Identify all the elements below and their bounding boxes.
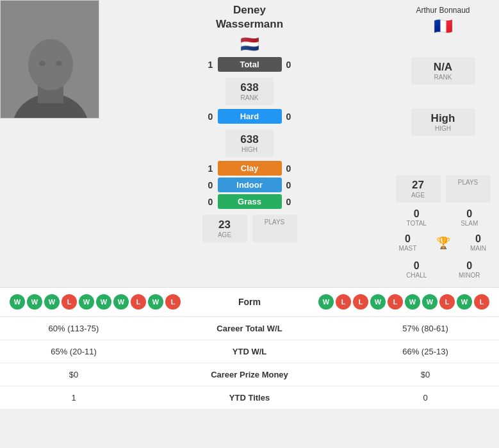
right-mast-label: Mast [399, 245, 417, 252]
form-ball-w: W [96, 294, 111, 310]
form-ball-w: W [79, 294, 94, 310]
compare-row-1: 65% (20-11) YTD W/L 66% (25-13) [0, 340, 499, 363]
form-ball-w: W [422, 294, 438, 310]
surface-total-badge: Total [218, 57, 282, 72]
form-label: Form [238, 297, 261, 307]
surface-grass-badge: Grass [218, 194, 282, 209]
left-high-box: 638 High [225, 129, 274, 157]
right-age-plays: 27 Age Plays [396, 175, 491, 203]
compare-right-0: 57% (80-61) [361, 324, 489, 333]
right-main-value: 0 [475, 233, 481, 245]
surface-grass-row: 0 Grass 0 [119, 194, 380, 209]
right-minor-stat: 0 Minor [443, 258, 496, 281]
right-player-column: Arthur Bonnaud 🇫🇷 N/A Rank High High [387, 0, 499, 285]
form-ball-w: W [405, 294, 420, 310]
surface-clay-right: 0 [282, 163, 296, 174]
right-high-label: High [420, 125, 466, 132]
right-minor-value: 0 [466, 260, 472, 272]
right-age-label: Age [406, 192, 430, 199]
compare-label-0: Career Total W/L [138, 324, 361, 333]
form-ball-w: W [370, 294, 386, 310]
compare-row-3: 1 YTD Titles 0 [0, 386, 499, 409]
right-form-balls: WLLWLWWLWL [318, 294, 489, 310]
surface-hard-row: 0 Hard 0 [119, 109, 380, 124]
trophy-icon-right: 🏆 [436, 236, 450, 250]
right-player-photo [0, 0, 99, 119]
form-ball-w: W [10, 294, 25, 310]
form-ball-l: L [61, 294, 77, 310]
right-player-svg [1, 1, 99, 119]
right-high-value: High [420, 112, 466, 125]
left-high-value: 638 [234, 133, 265, 146]
center-column: Deney Wassermann 🇳🇱 1 Total 0 638 Rank 0 [112, 0, 387, 285]
surface-clay-badge: Clay [218, 161, 282, 176]
compare-row-2: $0 Career Prize Money $0 [0, 363, 499, 386]
right-chall-label: Chall [406, 272, 427, 279]
right-slam-value: 0 [466, 208, 472, 220]
svg-point-18 [56, 61, 62, 66]
surface-clay-row: 1 Clay 0 [119, 161, 380, 176]
right-total-stat: 0 Total [390, 206, 443, 229]
surface-hard-left: 0 [204, 112, 218, 122]
left-rank-value: 638 [234, 81, 265, 94]
right-trophy-icon: 🏆 [425, 231, 461, 254]
left-rank-box: 638 Rank [225, 78, 274, 105]
svg-point-17 [39, 61, 45, 66]
right-stats-mid: 0 Mast 🏆 0 Main [390, 231, 496, 254]
age-plays-row: 23 Age Plays [202, 215, 297, 242]
form-ball-w: W [148, 294, 163, 310]
right-mast-stat: 0 Mast [390, 231, 425, 254]
right-high-box: High High [411, 108, 475, 136]
left-plays-box: Plays [252, 215, 297, 242]
right-plays-label: Plays [456, 179, 480, 186]
compare-left-2: $0 [10, 370, 138, 379]
left-flag: 🇳🇱 [240, 35, 259, 53]
right-rank-box: N/A Rank [411, 57, 475, 85]
right-total-label: Total [407, 220, 427, 227]
surface-indoor-badge: Indoor [218, 178, 282, 192]
form-ball-l: L [165, 294, 181, 310]
compare-label-3: YTD Titles [138, 393, 361, 402]
right-mast-value: 0 [405, 233, 411, 245]
compare-label-2: Career Prize Money [138, 370, 361, 379]
left-age-value: 23 [213, 219, 237, 231]
rank-high-row: 638 Rank [225, 78, 274, 105]
form-ball-l: L [439, 294, 455, 310]
left-form-balls: WWWLWWWLWL [10, 294, 181, 310]
compare-stats-section: 60% (113-75) Career Total W/L 57% (80-61… [0, 317, 499, 409]
compare-left-1: 65% (20-11) [10, 347, 138, 356]
main-container: Deney Wassermann 1 Total 0 Slam 0 Mast 🏆 [0, 0, 499, 409]
form-ball-l: L [474, 294, 489, 310]
right-plays-box: Plays [446, 175, 491, 203]
form-ball-w: W [44, 294, 60, 310]
surface-indoor-left: 0 [204, 180, 218, 190]
right-slam-stat: 0 Slam [443, 206, 496, 229]
form-section: WWWLWWWLWL Form WLLWLWWLWL [0, 287, 499, 316]
surface-total-right: 0 [282, 60, 296, 70]
form-ball-l: L [353, 294, 368, 310]
compare-left-3: 1 [10, 393, 138, 402]
surface-total-left: 1 [204, 60, 218, 70]
right-age-box: 27 Age [396, 175, 441, 203]
svg-point-16 [28, 39, 73, 90]
right-rank-label: Rank [420, 74, 466, 81]
surface-clay-left: 1 [204, 163, 218, 174]
right-age-value: 27 [406, 179, 430, 192]
right-rank-value: N/A [420, 61, 466, 74]
form-ball-l: L [131, 294, 146, 310]
compare-label-1: YTD W/L [138, 347, 361, 356]
compare-row-0: 60% (113-75) Career Total W/L 57% (80-61… [0, 317, 499, 340]
form-ball-w: W [318, 294, 334, 310]
form-ball-w: W [27, 294, 42, 310]
form-ball-l: L [336, 294, 351, 310]
right-flag: 🇫🇷 [434, 17, 453, 35]
form-ball-w: W [113, 294, 129, 310]
left-age-label: Age [213, 231, 237, 238]
surface-indoor-right: 0 [282, 180, 296, 190]
right-total-value: 0 [414, 208, 420, 220]
compare-right-1: 66% (25-13) [361, 347, 489, 356]
players-section: Deney Wassermann 1 Total 0 Slam 0 Mast 🏆 [0, 0, 499, 285]
surface-hard-badge: Hard [218, 109, 282, 124]
right-slam-label: Slam [461, 220, 478, 227]
left-rank-label: Rank [234, 94, 265, 101]
